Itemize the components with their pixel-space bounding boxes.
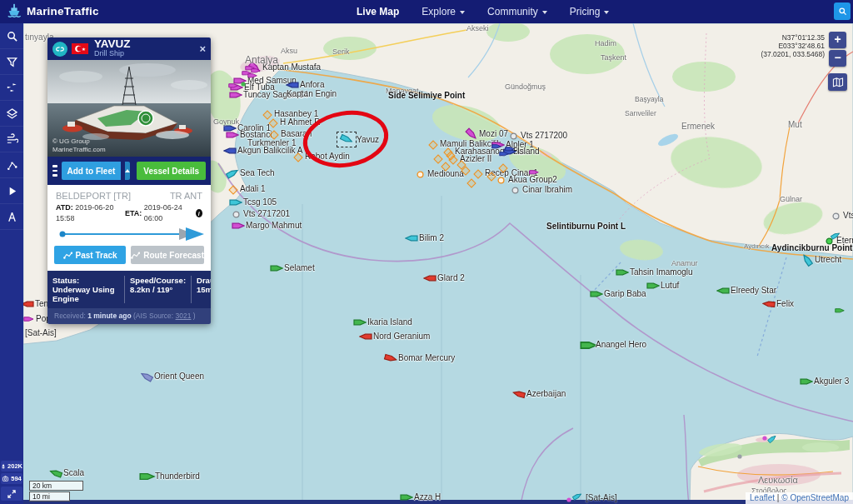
vessel-label-azizler-ii: Azizler II bbox=[460, 154, 491, 163]
vessel-marker-mamuli-balikcilik[interactable] bbox=[428, 140, 437, 149]
vessel-marker-sea-tech[interactable] bbox=[225, 167, 241, 181]
vessel-marker-adali-1[interactable] bbox=[228, 185, 237, 194]
ais-source-link[interactable]: 3021 bbox=[176, 312, 192, 320]
vessel-marker-elreedy-star[interactable] bbox=[716, 287, 730, 295]
vessel-marker-ikaria-island[interactable] bbox=[353, 318, 367, 327]
vessel-marker-margo-mahmut[interactable] bbox=[232, 222, 245, 230]
sidebar-play-button[interactable] bbox=[0, 178, 23, 204]
sidebar-filter-button[interactable] bbox=[0, 49, 23, 75]
vessel-marker-azerbaijan[interactable] bbox=[511, 388, 526, 400]
vessel-marker-lutuf[interactable] bbox=[646, 282, 660, 290]
vessel-marker-bilim-2[interactable] bbox=[405, 234, 418, 242]
vessel-marker-glard-2[interactable] bbox=[423, 274, 436, 282]
vessel-marker-akgun-balikcilik-a[interactable] bbox=[223, 147, 237, 155]
osm-link[interactable]: © OpenStreetMap bbox=[781, 493, 849, 502]
past-track-button[interactable]: Past Track bbox=[54, 246, 126, 264]
vessel-dot[interactable] bbox=[529, 169, 539, 176]
eta-info-icon[interactable]: i bbox=[196, 209, 202, 217]
vessels-count-icon bbox=[1, 462, 6, 470]
nav-item-community[interactable]: Community bbox=[487, 6, 547, 17]
town-label-g-lnar: Gülnar bbox=[780, 195, 802, 203]
nav-item-live-map[interactable]: Live Map bbox=[357, 6, 399, 17]
vessel-marker-akguler-3[interactable] bbox=[800, 377, 813, 386]
sidebar-measure-button[interactable] bbox=[0, 204, 23, 230]
town-label-: Λευκωσία bbox=[758, 476, 798, 484]
photo-count[interactable]: 594 bbox=[1, 473, 22, 484]
vessel-count[interactable]: 202K bbox=[1, 461, 22, 472]
fleet-dropdown-caret[interactable] bbox=[125, 162, 130, 180]
vessel-label-robot-aydin: Robot Aydin bbox=[305, 152, 350, 161]
vessel-marker-bomar-mercury[interactable] bbox=[383, 352, 398, 364]
vessel-marker-tuncay-sagun-14[interactable] bbox=[229, 91, 242, 99]
vessel-label-garip-baba: Garip Baba bbox=[604, 289, 646, 298]
vessel-dot[interactable] bbox=[247, 72, 257, 79]
vessel-marker-popi[interactable] bbox=[23, 316, 34, 322]
town-label-goynuk: Goynuk bbox=[213, 117, 239, 126]
vessel-dot[interactable] bbox=[241, 82, 246, 87]
sidebar-fleets-button[interactable] bbox=[0, 75, 23, 101]
vessel-marker-selamet[interactable] bbox=[270, 264, 283, 272]
vessel-marker-vts-2717200[interactable] bbox=[510, 132, 517, 140]
track-icon bbox=[63, 252, 72, 259]
vessel-marker-mediouna[interactable] bbox=[417, 171, 424, 178]
vessel-marker-anangel-hero[interactable] bbox=[580, 340, 597, 351]
menu-icon[interactable] bbox=[52, 165, 57, 177]
vessel-dot[interactable] bbox=[766, 433, 778, 444]
vessel-marker-tahsin-imamoglu[interactable] bbox=[616, 268, 629, 277]
vessel-dot[interactable] bbox=[491, 143, 501, 150]
vessel-marker-akua-group2[interactable] bbox=[497, 177, 505, 184]
fishing-marker[interactable] bbox=[433, 154, 442, 163]
sidebar-layers-button[interactable] bbox=[0, 101, 23, 127]
voyage-info: BELDEPORT [TR] TR ANT ATD: 2019-06-20 15… bbox=[47, 185, 211, 246]
map-style-button[interactable] bbox=[828, 73, 847, 91]
town-label-ermenek: Ermenek bbox=[681, 122, 715, 131]
vessel-marker-cinar-ibrahim[interactable] bbox=[511, 187, 519, 194]
vessel-marker-azza-h[interactable] bbox=[400, 493, 413, 502]
sidebar-weather-button[interactable] bbox=[0, 127, 23, 152]
sidebar-search-button[interactable] bbox=[0, 23, 23, 49]
vessel-label-anangel-hero: Anangel Hero bbox=[596, 340, 646, 349]
vessel-marker-vts-2717201[interactable] bbox=[232, 211, 240, 218]
vessel-label-azza-h: Azza H bbox=[414, 492, 441, 502]
vessel-popup: ★ YAVUZ Drill Ship × bbox=[47, 37, 211, 324]
marinetraffic-logo[interactable]: MarineTraffic bbox=[6, 2, 99, 19]
vessel-details-button[interactable]: Vessel Details bbox=[137, 162, 206, 180]
vessel-marker-recep-cinar-1[interactable] bbox=[473, 169, 482, 178]
leaflet-link[interactable]: Leaflet bbox=[750, 493, 775, 502]
vessel-marker-felix[interactable] bbox=[762, 299, 776, 308]
route-forecast-button[interactable]: Route Forecast bbox=[131, 246, 204, 264]
vessel-marker-anfora[interactable] bbox=[286, 81, 299, 89]
vessel-dot[interactable] bbox=[228, 82, 238, 89]
vessel-marker-garip-baba[interactable] bbox=[590, 290, 603, 298]
vessel-label-tahsin-imamoglu: Tahsin Imamoglu bbox=[630, 267, 693, 277]
vessel-dot[interactable] bbox=[571, 492, 583, 502]
fullscreen-button[interactable] bbox=[1, 487, 22, 501]
sidebar-routes-button[interactable] bbox=[0, 152, 23, 178]
vessel-dot[interactable] bbox=[835, 307, 845, 314]
vessel-marker-orient-queen[interactable] bbox=[139, 370, 155, 384]
zoom-in-button[interactable]: + bbox=[829, 32, 846, 48]
nav-item-explore[interactable]: Explore bbox=[422, 6, 465, 17]
vessel-marker-vts[interactable] bbox=[832, 212, 840, 220]
vessel-marker-nord-geranium[interactable] bbox=[359, 332, 372, 341]
vessel-marker-scala[interactable] bbox=[48, 467, 63, 480]
vessel-marker-thunderbird[interactable] bbox=[139, 472, 155, 482]
vessel-label-akgun-balikcilik-a: Akgun Balikcilik A bbox=[237, 146, 302, 155]
vessel-dot[interactable] bbox=[566, 497, 571, 502]
nav-search-button[interactable] bbox=[834, 2, 851, 20]
close-icon[interactable]: × bbox=[199, 42, 206, 55]
vessel-marker-bostanci[interactable] bbox=[226, 131, 239, 139]
nav-item-pricing[interactable]: Pricing bbox=[570, 6, 610, 17]
vessel-dot[interactable] bbox=[505, 146, 515, 152]
vessel-label-elreedy-star: Elreedy Star bbox=[731, 286, 776, 295]
popup-header: ★ YAVUZ Drill Ship × bbox=[47, 37, 211, 60]
vessel-marker-utrecht[interactable] bbox=[800, 252, 814, 268]
vessel-dot[interactable] bbox=[737, 454, 742, 459]
add-to-fleet-button[interactable]: Add to Fleet bbox=[62, 162, 122, 180]
share-link-icon[interactable] bbox=[52, 42, 67, 57]
zoom-out-button[interactable]: − bbox=[829, 50, 846, 67]
vessel-marker-hasanbey-1[interactable] bbox=[262, 110, 272, 119]
fishing-marker[interactable] bbox=[466, 178, 476, 187]
selected-vessel-yavuz[interactable] bbox=[337, 132, 357, 147]
vessel-marker-tcsg-105[interactable] bbox=[229, 198, 242, 207]
